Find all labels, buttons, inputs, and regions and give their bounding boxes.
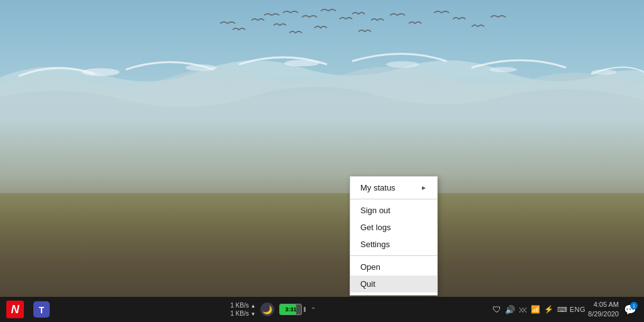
netflix-icon: N: [6, 301, 24, 318]
context-menu: My status ► Sign out Get logs Settings O…: [350, 176, 438, 296]
clock-date: 8/29/2020: [588, 309, 619, 319]
notification-badge: 1: [630, 302, 638, 309]
notification-center-button[interactable]: 💬 1: [621, 301, 639, 318]
sys-icons: 🛡 🔊 ⯵ 📶 ⚡ ⌨: [492, 304, 567, 314]
systray-expand-button[interactable]: ⌃: [311, 306, 316, 313]
clock-time: 4:05 AM: [594, 300, 619, 309]
upload-speed: 1 KB/s ▲: [230, 301, 255, 309]
clock[interactable]: 4:05 AM 8/29/2020: [588, 300, 619, 319]
battery-indicator: 3:31: [279, 304, 302, 315]
menu-item-sign-out[interactable]: Sign out: [350, 202, 437, 219]
svg-point-1: [82, 69, 119, 76]
taskbar-teams[interactable]: T: [29, 297, 54, 322]
menu-item-open[interactable]: Open: [350, 258, 437, 275]
security-icon[interactable]: 🛡: [492, 304, 501, 314]
wifi-icon[interactable]: 📶: [531, 305, 540, 314]
menu-item-quit[interactable]: Quit: [350, 275, 437, 292]
taskbar-center: 1 KB/s ▲ 1 KB/s ▼ 🌙 3:31 ⌃: [230, 301, 316, 318]
menu-item-settings[interactable]: Settings: [350, 236, 437, 253]
keyboard-icon[interactable]: ⌨: [557, 306, 567, 314]
menu-separator-2: [350, 255, 437, 256]
svg-point-6: [591, 70, 616, 75]
svg-point-4: [386, 61, 419, 67]
submenu-arrow-icon: ►: [421, 184, 427, 191]
network-speed: 1 KB/s ▲ 1 KB/s ▼: [230, 301, 255, 318]
battery-time: 3:31: [280, 306, 301, 313]
battery-container: 3:31: [279, 304, 306, 315]
svg-point-3: [284, 60, 319, 66]
taskbar: N T 1 KB/s ▲ 1 KB/s ▼ 🌙: [0, 297, 644, 322]
volume-icon[interactable]: 🔊: [505, 305, 515, 314]
taskbar-apps: N T: [0, 297, 54, 322]
taskbar-netflix[interactable]: N: [3, 297, 28, 322]
svg-point-2: [186, 64, 217, 70]
language-indicator[interactable]: ENG: [570, 306, 586, 313]
svg-text:T: T: [39, 305, 45, 315]
taskbar-right: 🛡 🔊 ⯵ 📶 ⚡ ⌨ ENG 4:05 AM 8/29/2020 💬 1: [492, 300, 644, 319]
menu-item-my-status[interactable]: My status ►: [350, 179, 437, 196]
teams-icon: T: [33, 301, 50, 318]
battery-cap: [304, 307, 306, 312]
download-speed: 1 KB/s ▼: [230, 309, 255, 318]
focus-assist-icon[interactable]: 🌙: [260, 303, 274, 316]
menu-separator-1: [350, 199, 437, 199]
network-icon[interactable]: ⚡: [544, 305, 553, 314]
svg-point-5: [489, 67, 517, 72]
bluetooth-icon[interactable]: ⯵: [519, 305, 527, 314]
menu-item-get-logs[interactable]: Get logs: [350, 219, 437, 236]
desktop: My status ► Sign out Get logs Settings O…: [0, 0, 644, 322]
